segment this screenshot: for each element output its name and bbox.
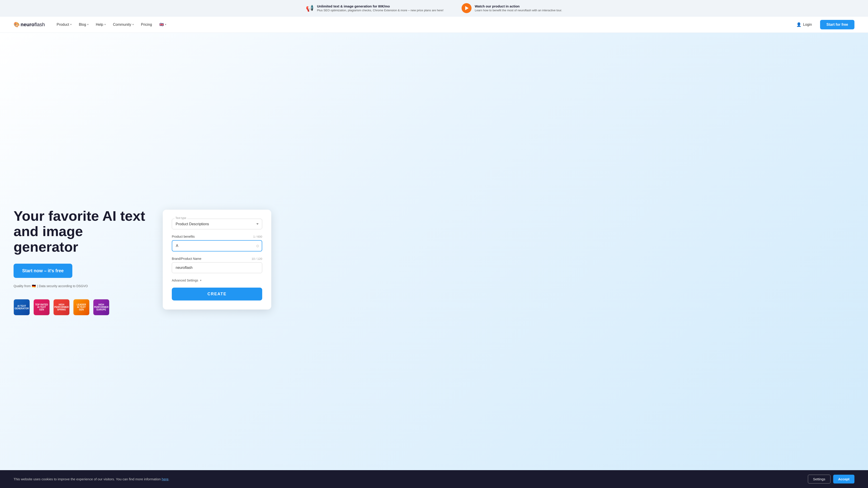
- text-type-select[interactable]: Product Descriptions Blog Post Social Me…: [172, 219, 262, 229]
- create-button[interactable]: CREATE: [172, 288, 262, 300]
- advanced-settings-label: Advanced Settings: [172, 279, 198, 282]
- hero-quality-text: Quality from 🇩🇪 | Data security accordin…: [13, 284, 149, 288]
- cookie-accept-button[interactable]: Accept: [833, 475, 855, 484]
- language-selector[interactable]: 🇬🇧 ▾: [157, 21, 169, 29]
- nav-help-label: Help: [96, 23, 103, 27]
- promo-icon: 📢: [306, 4, 314, 12]
- chevron-down-icon: ▾: [70, 23, 72, 26]
- quality-label: Quality from: [13, 284, 31, 288]
- logo-icon: 🎨: [13, 22, 20, 28]
- text-type-select-wrapper: Text type Product Descriptions Blog Post…: [172, 219, 262, 229]
- nav-product-label: Product: [57, 23, 69, 27]
- text-type-group: Text type Product Descriptions Blog Post…: [172, 219, 262, 229]
- nav-community-label: Community: [113, 23, 131, 27]
- chevron-down-icon: ▾: [165, 23, 166, 26]
- hero-left: Your favorite AI text and image generato…: [13, 204, 149, 315]
- advanced-settings-toggle[interactable]: Advanced Settings ▾: [172, 279, 262, 282]
- nav-item-blog[interactable]: Blog ▾: [76, 21, 91, 29]
- user-icon: 👤: [796, 22, 801, 27]
- brand-name-label-row: Brand/Product Name 10 / 120: [172, 257, 262, 260]
- header-left: 🎨 neuroflash Product ▾ Blog ▾ Help ▾ Com…: [13, 21, 169, 29]
- brand-name-label: Brand/Product Name: [172, 257, 202, 260]
- brand-name-count: 10 / 120: [252, 257, 262, 260]
- chevron-down-icon: ▾: [200, 279, 202, 282]
- nav-item-product[interactable]: Product ▾: [54, 21, 74, 29]
- header: 🎨 neuroflash Product ▾ Blog ▾ Help ▾ Com…: [0, 17, 868, 33]
- hero-cta-button[interactable]: Start now – it's free: [13, 264, 72, 278]
- video-title: Watch our product in action: [475, 4, 562, 8]
- hero-section: Your favorite AI text and image generato…: [0, 33, 868, 486]
- nav-pricing-label: Pricing: [141, 23, 152, 27]
- chevron-down-icon: ▾: [104, 23, 106, 26]
- login-label: Login: [803, 23, 812, 27]
- hero-title: Your favorite AI text and image generato…: [13, 208, 149, 255]
- product-benefits-label-row: Product benefits 1 / 600: [172, 235, 262, 238]
- nav-item-help[interactable]: Help ▾: [93, 21, 108, 29]
- promo-title: Unlimited text & image generation for 80…: [317, 4, 443, 8]
- badge-leader: LEADERAI TEXTGEN: [73, 299, 90, 315]
- cookie-more-info-link[interactable]: here: [162, 477, 168, 481]
- chevron-down-icon: ▾: [132, 23, 134, 26]
- start-for-free-button[interactable]: Start for free: [820, 20, 855, 29]
- quality-suffix: | Data security according to DSGVO: [37, 284, 88, 288]
- product-benefits-input[interactable]: [172, 240, 262, 252]
- cookie-text: This website uses cookies to improve the…: [13, 477, 169, 481]
- video-banner-item[interactable]: Watch our product in action Learn how to…: [462, 3, 562, 13]
- brand-name-group: Brand/Product Name 10 / 120: [172, 257, 262, 273]
- nav-blog-label: Blog: [79, 23, 86, 27]
- badge-top-rated: TOP RATEDAI TEXTGEN: [33, 299, 50, 315]
- cookie-settings-button[interactable]: Settings: [808, 475, 831, 484]
- video-subtitle: Learn how to benefit the most of neurofl…: [475, 8, 562, 12]
- brand-name-input-wrapper: [172, 262, 262, 273]
- brand-name-input[interactable]: [172, 262, 262, 273]
- nav-item-community[interactable]: Community ▾: [110, 21, 136, 29]
- main-nav: Product ▾ Blog ▾ Help ▾ Community ▾ Pric…: [54, 21, 169, 29]
- top-banner: 📢 Unlimited text & image generation for …: [0, 0, 868, 17]
- badge-high-performer-spring: HIGHPERFORMERSPRING: [53, 299, 70, 315]
- badge-high-performer-europe: HIGHPERFORMEREUROPE: [93, 299, 110, 315]
- cookie-banner: This website uses cookies to improve the…: [0, 470, 868, 486]
- badges-container: AI TEXTGENERATOR TOP RATEDAI TEXTGEN HIG…: [13, 299, 149, 315]
- logo[interactable]: 🎨 neuroflash: [13, 22, 45, 28]
- badge-ai-text-generator: AI TEXTGENERATOR: [13, 299, 30, 315]
- germany-flag-icon: 🇩🇪: [32, 284, 36, 288]
- chevron-down-icon: ▾: [87, 23, 89, 26]
- product-benefits-count: 1 / 600: [253, 235, 262, 238]
- play-icon[interactable]: [462, 3, 471, 13]
- product-benefits-label: Product benefits: [172, 235, 195, 238]
- hero-form-area: Text type Product Descriptions Blog Post…: [163, 210, 271, 310]
- promo-text: Unlimited text & image generation for 80…: [317, 4, 443, 12]
- promo-banner-item: 📢 Unlimited text & image generation for …: [306, 4, 443, 12]
- text-type-label: Text type: [175, 217, 187, 220]
- header-right: 👤 Login Start for free: [793, 20, 855, 29]
- cookie-buttons: Settings Accept: [808, 475, 855, 484]
- form-card: Text type Product Descriptions Blog Post…: [163, 210, 271, 310]
- login-button[interactable]: 👤 Login: [793, 20, 815, 29]
- video-text: Watch our product in action Learn how to…: [475, 4, 562, 12]
- clear-input-icon[interactable]: ⊙: [256, 244, 259, 248]
- logo-text: neuroflash: [21, 22, 45, 28]
- flag-icon: 🇬🇧: [159, 22, 164, 27]
- nav-item-pricing[interactable]: Pricing: [138, 21, 155, 29]
- promo-subtitle: Plus SEO optimization, plagiarism checks…: [317, 8, 443, 12]
- product-benefits-group: Product benefits 1 / 600 ⊙: [172, 235, 262, 252]
- product-benefits-input-wrapper: ⊙: [172, 240, 262, 252]
